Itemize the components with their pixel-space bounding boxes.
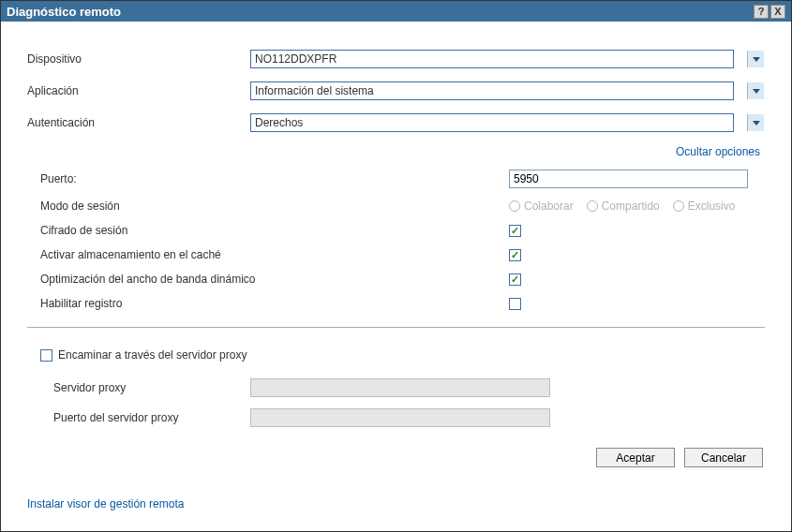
device-select[interactable]: NO112DDXPFR [250, 50, 734, 68]
close-icon[interactable]: X [770, 5, 785, 19]
port-label: Puerto: [40, 172, 509, 185]
encryption-label: Cifrado de sesión [40, 224, 509, 237]
port-input[interactable] [509, 170, 748, 188]
logging-checkbox[interactable] [509, 298, 521, 310]
cancel-button[interactable]: Cancelar [684, 448, 763, 467]
caching-checkbox[interactable] [509, 249, 521, 261]
session-mode-radios: Colaborar Compartido Exclusivo [509, 200, 735, 213]
proxy-server-label: Servidor proxy [53, 381, 250, 394]
dialog-window: Diagnóstico remoto ? X Dispositivo NO112… [0, 0, 792, 532]
dialog-content: Dispositivo NO112DDXPFR Aplicación Infor… [1, 22, 791, 531]
application-label: Aplicación [27, 84, 250, 97]
radio-shared: Compartido [587, 200, 660, 213]
application-select[interactable]: Información del sistema [250, 81, 734, 100]
chevron-down-icon [747, 51, 764, 67]
proxy-port-input [250, 408, 550, 427]
accept-button[interactable]: Aceptar [596, 448, 675, 467]
window-title: Diagnóstico remoto [7, 5, 121, 19]
proxy-route-label: Encaminar a través del servidor proxy [58, 348, 247, 362]
proxy-server-input [250, 378, 550, 397]
bandwidth-label: Optimización del ancho de banda dinámico [40, 273, 509, 286]
device-label: Dispositivo [27, 52, 250, 66]
auth-select[interactable]: Derechos [250, 113, 734, 132]
caching-label: Activar almacenamiento en el caché [40, 248, 509, 261]
bandwidth-checkbox[interactable] [509, 273, 521, 286]
install-viewer-link[interactable]: Instalar visor de gestión remota [27, 497, 184, 510]
proxy-route-checkbox[interactable] [40, 349, 52, 362]
radio-exclusive: Exclusivo [673, 200, 736, 213]
titlebar-controls: ? X [754, 5, 785, 19]
hide-options-link[interactable]: Ocultar opciones [676, 145, 760, 158]
encryption-checkbox[interactable] [509, 225, 521, 237]
radio-collaborate: Colaborar [509, 200, 574, 213]
titlebar: Diagnóstico remoto ? X [1, 1, 791, 22]
auth-label: Autenticación [27, 116, 250, 129]
logging-label: Habilitar registro [40, 297, 509, 310]
chevron-down-icon [747, 114, 764, 131]
radio-icon [509, 200, 520, 212]
chevron-down-icon [747, 82, 764, 99]
radio-icon [673, 200, 684, 212]
proxy-port-label: Puerto del servidor proxy [53, 411, 250, 424]
session-mode-label: Modo de sesión [40, 200, 509, 213]
radio-icon [587, 200, 598, 212]
divider [27, 327, 765, 328]
help-icon[interactable]: ? [754, 5, 769, 19]
